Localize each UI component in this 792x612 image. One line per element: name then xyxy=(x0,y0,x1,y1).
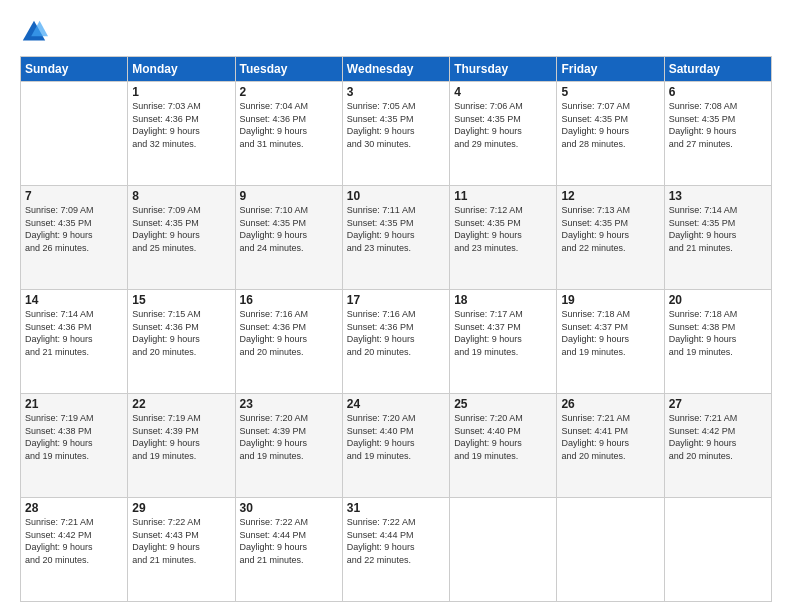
calendar-day-cell: 20Sunrise: 7:18 AMSunset: 4:38 PMDayligh… xyxy=(664,290,771,394)
day-number: 26 xyxy=(561,397,659,411)
calendar-body: 1Sunrise: 7:03 AMSunset: 4:36 PMDaylight… xyxy=(21,82,772,602)
day-number: 23 xyxy=(240,397,338,411)
calendar-day-cell: 5Sunrise: 7:07 AMSunset: 4:35 PMDaylight… xyxy=(557,82,664,186)
weekday-header: Wednesday xyxy=(342,57,449,82)
day-info: Sunrise: 7:08 AMSunset: 4:35 PMDaylight:… xyxy=(669,100,767,150)
day-number: 13 xyxy=(669,189,767,203)
day-number: 19 xyxy=(561,293,659,307)
calendar-day-cell: 4Sunrise: 7:06 AMSunset: 4:35 PMDaylight… xyxy=(450,82,557,186)
calendar-day-cell: 31Sunrise: 7:22 AMSunset: 4:44 PMDayligh… xyxy=(342,498,449,602)
day-info: Sunrise: 7:14 AMSunset: 4:35 PMDaylight:… xyxy=(669,204,767,254)
day-number: 27 xyxy=(669,397,767,411)
calendar-day-cell: 17Sunrise: 7:16 AMSunset: 4:36 PMDayligh… xyxy=(342,290,449,394)
day-info: Sunrise: 7:21 AMSunset: 4:42 PMDaylight:… xyxy=(669,412,767,462)
day-number: 22 xyxy=(132,397,230,411)
day-number: 12 xyxy=(561,189,659,203)
day-info: Sunrise: 7:18 AMSunset: 4:38 PMDaylight:… xyxy=(669,308,767,358)
weekday-header: Tuesday xyxy=(235,57,342,82)
calendar-day-cell: 21Sunrise: 7:19 AMSunset: 4:38 PMDayligh… xyxy=(21,394,128,498)
day-number: 16 xyxy=(240,293,338,307)
calendar-day-cell xyxy=(450,498,557,602)
day-number: 11 xyxy=(454,189,552,203)
day-number: 10 xyxy=(347,189,445,203)
calendar-day-cell: 11Sunrise: 7:12 AMSunset: 4:35 PMDayligh… xyxy=(450,186,557,290)
calendar-day-cell: 18Sunrise: 7:17 AMSunset: 4:37 PMDayligh… xyxy=(450,290,557,394)
day-info: Sunrise: 7:21 AMSunset: 4:42 PMDaylight:… xyxy=(25,516,123,566)
day-number: 14 xyxy=(25,293,123,307)
day-info: Sunrise: 7:11 AMSunset: 4:35 PMDaylight:… xyxy=(347,204,445,254)
day-number: 9 xyxy=(240,189,338,203)
day-number: 3 xyxy=(347,85,445,99)
header xyxy=(20,18,772,46)
day-info: Sunrise: 7:10 AMSunset: 4:35 PMDaylight:… xyxy=(240,204,338,254)
day-number: 30 xyxy=(240,501,338,515)
calendar-day-cell: 25Sunrise: 7:20 AMSunset: 4:40 PMDayligh… xyxy=(450,394,557,498)
day-number: 29 xyxy=(132,501,230,515)
calendar-day-cell: 15Sunrise: 7:15 AMSunset: 4:36 PMDayligh… xyxy=(128,290,235,394)
day-info: Sunrise: 7:22 AMSunset: 4:44 PMDaylight:… xyxy=(240,516,338,566)
header-row: SundayMondayTuesdayWednesdayThursdayFrid… xyxy=(21,57,772,82)
day-info: Sunrise: 7:13 AMSunset: 4:35 PMDaylight:… xyxy=(561,204,659,254)
calendar-day-cell: 1Sunrise: 7:03 AMSunset: 4:36 PMDaylight… xyxy=(128,82,235,186)
day-info: Sunrise: 7:19 AMSunset: 4:38 PMDaylight:… xyxy=(25,412,123,462)
calendar-day-cell xyxy=(664,498,771,602)
calendar-week-row: 28Sunrise: 7:21 AMSunset: 4:42 PMDayligh… xyxy=(21,498,772,602)
calendar-week-row: 1Sunrise: 7:03 AMSunset: 4:36 PMDaylight… xyxy=(21,82,772,186)
day-info: Sunrise: 7:17 AMSunset: 4:37 PMDaylight:… xyxy=(454,308,552,358)
day-info: Sunrise: 7:20 AMSunset: 4:40 PMDaylight:… xyxy=(347,412,445,462)
calendar-day-cell: 7Sunrise: 7:09 AMSunset: 4:35 PMDaylight… xyxy=(21,186,128,290)
calendar-day-cell: 27Sunrise: 7:21 AMSunset: 4:42 PMDayligh… xyxy=(664,394,771,498)
logo-icon xyxy=(20,18,48,46)
calendar-day-cell: 26Sunrise: 7:21 AMSunset: 4:41 PMDayligh… xyxy=(557,394,664,498)
calendar-day-cell: 14Sunrise: 7:14 AMSunset: 4:36 PMDayligh… xyxy=(21,290,128,394)
day-number: 15 xyxy=(132,293,230,307)
day-info: Sunrise: 7:12 AMSunset: 4:35 PMDaylight:… xyxy=(454,204,552,254)
day-number: 18 xyxy=(454,293,552,307)
day-info: Sunrise: 7:16 AMSunset: 4:36 PMDaylight:… xyxy=(240,308,338,358)
day-info: Sunrise: 7:20 AMSunset: 4:39 PMDaylight:… xyxy=(240,412,338,462)
calendar-day-cell: 2Sunrise: 7:04 AMSunset: 4:36 PMDaylight… xyxy=(235,82,342,186)
calendar-week-row: 21Sunrise: 7:19 AMSunset: 4:38 PMDayligh… xyxy=(21,394,772,498)
calendar-day-cell: 19Sunrise: 7:18 AMSunset: 4:37 PMDayligh… xyxy=(557,290,664,394)
day-number: 25 xyxy=(454,397,552,411)
day-info: Sunrise: 7:09 AMSunset: 4:35 PMDaylight:… xyxy=(132,204,230,254)
calendar-day-cell: 24Sunrise: 7:20 AMSunset: 4:40 PMDayligh… xyxy=(342,394,449,498)
weekday-header: Thursday xyxy=(450,57,557,82)
day-number: 1 xyxy=(132,85,230,99)
calendar-day-cell: 16Sunrise: 7:16 AMSunset: 4:36 PMDayligh… xyxy=(235,290,342,394)
calendar-day-cell xyxy=(21,82,128,186)
weekday-header: Friday xyxy=(557,57,664,82)
calendar-day-cell: 29Sunrise: 7:22 AMSunset: 4:43 PMDayligh… xyxy=(128,498,235,602)
day-info: Sunrise: 7:04 AMSunset: 4:36 PMDaylight:… xyxy=(240,100,338,150)
day-number: 17 xyxy=(347,293,445,307)
day-number: 20 xyxy=(669,293,767,307)
day-number: 28 xyxy=(25,501,123,515)
calendar-table: SundayMondayTuesdayWednesdayThursdayFrid… xyxy=(20,56,772,602)
calendar-day-cell: 12Sunrise: 7:13 AMSunset: 4:35 PMDayligh… xyxy=(557,186,664,290)
weekday-header: Sunday xyxy=(21,57,128,82)
calendar-week-row: 14Sunrise: 7:14 AMSunset: 4:36 PMDayligh… xyxy=(21,290,772,394)
day-number: 4 xyxy=(454,85,552,99)
day-number: 31 xyxy=(347,501,445,515)
calendar-day-cell: 13Sunrise: 7:14 AMSunset: 4:35 PMDayligh… xyxy=(664,186,771,290)
calendar-day-cell: 30Sunrise: 7:22 AMSunset: 4:44 PMDayligh… xyxy=(235,498,342,602)
day-info: Sunrise: 7:16 AMSunset: 4:36 PMDaylight:… xyxy=(347,308,445,358)
calendar-day-cell: 10Sunrise: 7:11 AMSunset: 4:35 PMDayligh… xyxy=(342,186,449,290)
day-info: Sunrise: 7:15 AMSunset: 4:36 PMDaylight:… xyxy=(132,308,230,358)
day-number: 2 xyxy=(240,85,338,99)
day-number: 8 xyxy=(132,189,230,203)
logo xyxy=(20,18,51,46)
calendar-day-cell: 8Sunrise: 7:09 AMSunset: 4:35 PMDaylight… xyxy=(128,186,235,290)
day-info: Sunrise: 7:03 AMSunset: 4:36 PMDaylight:… xyxy=(132,100,230,150)
day-info: Sunrise: 7:18 AMSunset: 4:37 PMDaylight:… xyxy=(561,308,659,358)
day-number: 7 xyxy=(25,189,123,203)
weekday-header: Saturday xyxy=(664,57,771,82)
day-info: Sunrise: 7:20 AMSunset: 4:40 PMDaylight:… xyxy=(454,412,552,462)
calendar-day-cell: 3Sunrise: 7:05 AMSunset: 4:35 PMDaylight… xyxy=(342,82,449,186)
calendar-day-cell: 23Sunrise: 7:20 AMSunset: 4:39 PMDayligh… xyxy=(235,394,342,498)
day-info: Sunrise: 7:14 AMSunset: 4:36 PMDaylight:… xyxy=(25,308,123,358)
calendar-week-row: 7Sunrise: 7:09 AMSunset: 4:35 PMDaylight… xyxy=(21,186,772,290)
day-info: Sunrise: 7:07 AMSunset: 4:35 PMDaylight:… xyxy=(561,100,659,150)
day-info: Sunrise: 7:06 AMSunset: 4:35 PMDaylight:… xyxy=(454,100,552,150)
day-info: Sunrise: 7:22 AMSunset: 4:44 PMDaylight:… xyxy=(347,516,445,566)
